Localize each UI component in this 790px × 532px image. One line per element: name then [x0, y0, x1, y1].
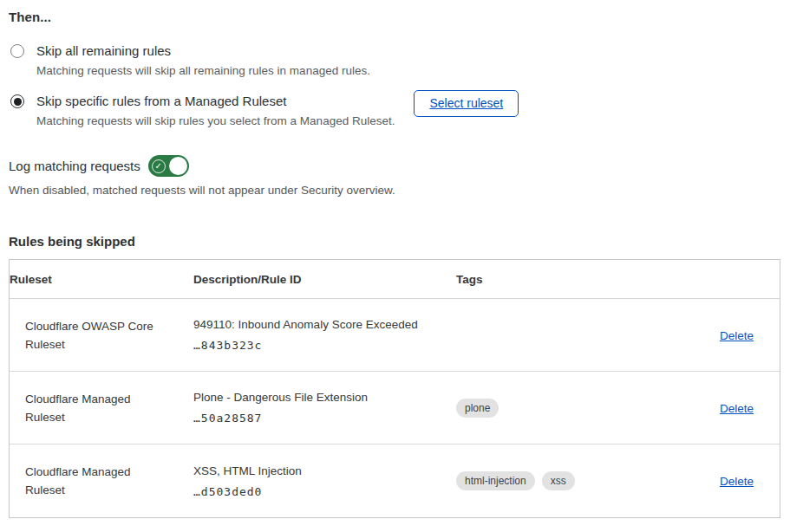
log-matching-requests-label: Log matching requests: [9, 159, 140, 173]
column-header-tags: Tags: [456, 260, 677, 298]
tag-pill: plone: [456, 399, 499, 418]
table-row: Cloudflare OWASP Core Ruleset 949110: In…: [10, 299, 780, 372]
table-row: Cloudflare Managed Ruleset Plone - Dange…: [10, 372, 780, 444]
rule-id: …50a28587: [193, 412, 442, 425]
action-cell: Delete: [677, 328, 780, 343]
then-heading: Then...: [9, 10, 780, 24]
action-cell: Delete: [677, 473, 780, 489]
rules-being-skipped-heading: Rules being skipped: [9, 234, 780, 249]
ruleset-cell: Cloudflare Managed Ruleset: [10, 454, 193, 508]
column-header-ruleset: Ruleset: [10, 260, 193, 298]
action-cell: Delete: [677, 400, 780, 416]
toggle-check-icon: ✓: [152, 159, 166, 173]
option-skip-specific-rules: Skip specific rules from a Managed Rules…: [9, 93, 780, 128]
table-row: Cloudflare Managed Ruleset XSS, HTML Inj…: [10, 444, 780, 517]
description-cell: 949110: Inbound Anomaly Score Exceeded ……: [193, 318, 456, 352]
tags-cell: plone: [456, 399, 677, 418]
tag-pill: html-injection: [456, 471, 535, 490]
ruleset-cell: Cloudflare OWASP Core Ruleset: [10, 308, 193, 362]
select-ruleset-button[interactable]: Select ruleset: [414, 90, 519, 117]
column-header-description-rule-id: Description/Rule ID: [193, 260, 456, 298]
skip-all-rules-label[interactable]: Skip all remaining rules: [36, 42, 370, 59]
skip-all-rules-description: Matching requests will skip all remainin…: [36, 63, 370, 78]
skip-specific-rules-description: Matching requests will skip rules you se…: [36, 114, 395, 128]
log-matching-requests-toggle[interactable]: ✓: [148, 155, 189, 177]
toggle-knob: [169, 157, 187, 175]
rules-being-skipped-table: Ruleset Description/Rule ID Tags Cloudfl…: [9, 259, 780, 518]
rule-id: …d503ded0: [193, 485, 442, 498]
skip-specific-rules-radio[interactable]: [10, 94, 24, 108]
column-header-actions: [677, 267, 780, 292]
tag-pill: xss: [542, 471, 575, 490]
skip-specific-rules-label[interactable]: Skip specific rules from a Managed Rules…: [36, 93, 395, 109]
rule-id: …843b323c: [193, 339, 442, 352]
log-matching-requests-section: Log matching requests ✓ When disabled, m…: [9, 155, 780, 197]
delete-link[interactable]: Delete: [720, 475, 754, 488]
description-cell: XSS, HTML Injection …d503ded0: [193, 464, 456, 498]
rule-description: 949110: Inbound Anomaly Score Exceeded: [193, 318, 442, 331]
rule-description: XSS, HTML Injection: [193, 464, 442, 477]
waf-rule-config-panel: Then... Skip all remaining rules Matchin…: [0, 0, 790, 518]
table-header-row: Ruleset Description/Rule ID Tags: [10, 260, 780, 299]
option-text: Skip all remaining rules Matching reques…: [36, 42, 370, 78]
delete-link[interactable]: Delete: [720, 402, 754, 415]
option-skip-all-remaining-rules: Skip all remaining rules Matching reques…: [9, 42, 780, 78]
delete-link[interactable]: Delete: [720, 329, 754, 342]
action-options: Skip all remaining rules Matching reques…: [9, 42, 780, 128]
rule-description: Plone - Dangerous File Extension: [193, 391, 442, 404]
tags-cell: html-injection xss: [456, 471, 677, 490]
log-row: Log matching requests ✓: [9, 155, 780, 177]
ruleset-cell: Cloudflare Managed Ruleset: [10, 381, 193, 435]
option-text: Skip specific rules from a Managed Rules…: [36, 93, 395, 128]
log-matching-requests-description: When disabled, matched requests will not…: [9, 184, 780, 197]
description-cell: Plone - Dangerous File Extension …50a285…: [193, 391, 456, 425]
skip-all-rules-radio[interactable]: [10, 44, 24, 58]
